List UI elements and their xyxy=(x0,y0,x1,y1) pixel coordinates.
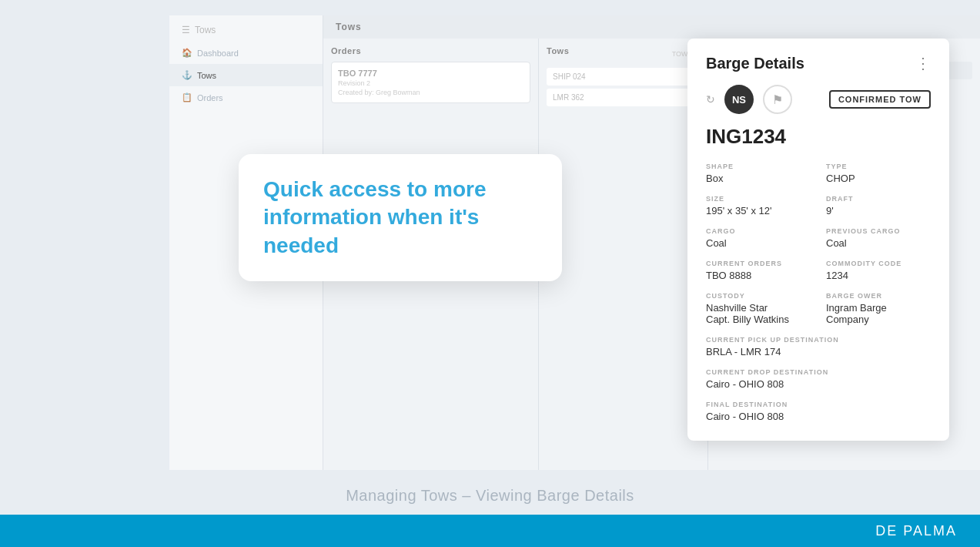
avatar: NS xyxy=(724,85,754,114)
confirmed-tow-badge: CONFIRMED TOW xyxy=(829,90,931,109)
detail-current-orders: CURRENT ORDERS TBO 8888 xyxy=(706,260,811,281)
app-header: Tows xyxy=(323,15,980,39)
order-sub1: Revision 2 xyxy=(338,79,523,87)
barge-id: ING1234 xyxy=(706,125,931,149)
detail-type: TYPE CHOP xyxy=(826,163,931,184)
sidebar-item-tows[interactable]: ⚓ Tows xyxy=(169,64,323,86)
detail-barge-owner: BARGE OWER Ingram Barge Company xyxy=(826,292,931,325)
flag-icon[interactable]: ⚑ xyxy=(763,85,792,114)
barge-panel-title: Barge Details xyxy=(706,55,804,72)
detail-final-destination: FINAL DESTINATION Cairo - OHIO 808 xyxy=(706,401,931,422)
order-card[interactable]: TBO 7777 Revision 2 Created by: Greg Bow… xyxy=(331,62,530,103)
sidebar-item-orders[interactable]: 📋 Orders xyxy=(169,86,323,109)
tow-item-1[interactable]: SHIP 024 xyxy=(547,68,700,86)
page-subtitle: Managing Tows – Viewing Barge Details xyxy=(0,487,980,505)
barge-panel-header: Barge Details ⋮ xyxy=(706,54,931,72)
tooltip-text: Quick access to more information when it… xyxy=(263,176,537,260)
depalma-logo: DE PALMA xyxy=(875,523,957,539)
tooltip-callout: Quick access to more information when it… xyxy=(239,154,562,281)
detail-draft: DRAFT 9' xyxy=(826,195,931,216)
detail-shape: SHAPE Box xyxy=(706,163,811,184)
refresh-icon[interactable]: ↻ xyxy=(706,93,715,106)
detail-size: SIZE 195' x 35' x 12' xyxy=(706,195,811,216)
detail-cargo: CARGO Coal xyxy=(706,227,811,249)
tows-column: Tows TOW 1-3 SHIP 024 LMR 362 xyxy=(539,39,708,470)
barge-panel: Barge Details ⋮ ↻ NS ⚑ CONFIRMED TOW ING… xyxy=(687,39,949,441)
tow-item-2[interactable]: LMR 362 xyxy=(547,89,700,106)
order-sub2: Created by: Greg Bowman xyxy=(338,89,523,96)
orders-col-title: Orders xyxy=(331,46,530,55)
sidebar-header: ☰ Tows xyxy=(169,15,323,42)
detail-grid: SHAPE Box TYPE CHOP SIZE 195' x 35' x 12… xyxy=(706,163,931,422)
custody-value: Nashville Star Capt. Billy Watkins xyxy=(706,302,811,325)
detail-custody: CUSTODY Nashville Star Capt. Billy Watki… xyxy=(706,292,811,325)
panel-badge-row: ↻ NS ⚑ CONFIRMED TOW xyxy=(706,85,931,114)
bottom-bar: DE PALMA xyxy=(0,515,980,547)
logo-text: DE PALMA xyxy=(875,523,957,539)
tows-col-title: Tows xyxy=(547,46,569,55)
detail-current-pickup: CURRENT PICK UP DESTINATION BRLA - LMR 1… xyxy=(706,336,931,357)
panel-menu-button[interactable]: ⋮ xyxy=(915,54,931,72)
detail-current-drop: CURRENT DROP DESTINATION Cairo - OHIO 80… xyxy=(706,368,931,390)
sidebar-item-dashboard[interactable]: 🏠 Dashboard xyxy=(169,42,323,64)
detail-previous-cargo: PREVIOUS CARGO Coal xyxy=(826,227,931,249)
detail-commodity-code: COMMODITY CODE 1234 xyxy=(826,260,931,281)
order-id: TBO 7777 xyxy=(338,69,523,78)
